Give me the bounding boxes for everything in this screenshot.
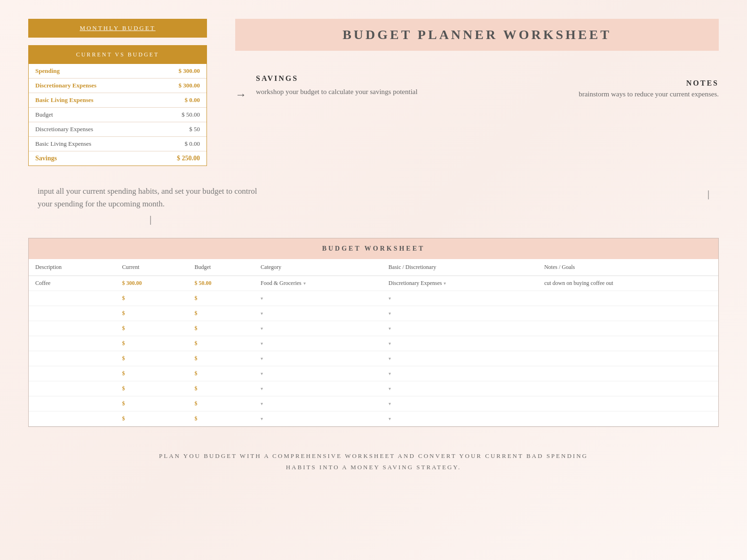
worksheet-budget-cell[interactable]: $ [188,351,254,366]
budget-row-label: Discretionary Expenses [29,79,148,93]
worksheet-current-cell[interactable]: $ [116,396,188,411]
worksheet-basic-discretionary-cell[interactable]: ▾ [382,291,538,306]
dropdown-arrow-icon: ▾ [261,356,263,361]
worksheet-description-cell[interactable] [29,396,116,411]
worksheet-basic-discretionary-cell[interactable]: ▾ [382,336,538,351]
budget-row-label: Basic Living Expenses [29,137,148,151]
budget-row-label: Basic Living Expenses [29,93,148,108]
worksheet-data-row: $$▾▾ [29,291,718,306]
input-description: input all your current spending habits, … [38,185,263,210]
worksheet-category-cell[interactable]: ▾ [254,366,382,381]
worksheet-description-cell[interactable] [29,366,116,381]
worksheet-column-header: Basic / Discretionary [382,259,538,276]
worksheet-category-cell[interactable]: ▾ [254,381,382,396]
notes-right-col: | [707,185,709,203]
worksheet-outer: BUDGET WORKSHEET DescriptionCurrentBudge… [28,238,719,427]
dropdown-arrow-icon: ▾ [261,341,263,346]
worksheet-current-cell[interactable]: $ [116,321,188,336]
worksheet-description-cell[interactable] [29,336,116,351]
worksheet-category-cell[interactable]: ▾ [254,336,382,351]
worksheet-budget-cell[interactable]: $ [188,411,254,426]
worksheet-description-cell[interactable] [29,306,116,321]
worksheet-budget-cell[interactable]: $ [188,321,254,336]
worksheet-notes-cell[interactable] [538,366,718,381]
worksheet-category-cell[interactable]: Food & Groceries▾ [254,276,382,291]
top-section: MONTHLY BUDGET CURRENT VS BUDGET Spendin… [28,19,719,166]
cursor-indicator-left: | [38,214,263,225]
worksheet-table: DescriptionCurrentBudgetCategoryBasic / … [29,259,718,426]
worksheet-basic-discretionary-cell[interactable]: ▾ [382,306,538,321]
dropdown-arrow-icon: ▾ [389,311,391,316]
worksheet-description-cell[interactable]: Coffee [29,276,116,291]
dropdown-arrow-icon: ▾ [389,296,391,301]
notes-title: NOTES [579,79,719,87]
worksheet-notes-cell[interactable] [538,306,718,321]
dropdown-arrow-icon: ▾ [389,356,391,361]
budget-table-row: Spending$ 300.00 [29,64,207,79]
worksheet-category-cell[interactable]: ▾ [254,396,382,411]
worksheet-current-cell[interactable]: $ [116,291,188,306]
budget-row-label: Spending [29,64,148,79]
worksheet-description-cell[interactable] [29,351,116,366]
worksheet-budget-cell[interactable]: $ [188,336,254,351]
worksheet-notes-cell[interactable] [538,411,718,426]
budget-row-value: $ 300.00 [148,79,207,93]
worksheet-notes-cell[interactable] [538,396,718,411]
worksheet-header-row: DescriptionCurrentBudgetCategoryBasic / … [29,259,718,276]
worksheet-current-cell[interactable]: $ [116,351,188,366]
dropdown-arrow-icon: ▾ [261,311,263,316]
worksheet-budget-cell[interactable]: $ [188,291,254,306]
worksheet-data-row: $$▾▾ [29,381,718,396]
worksheet-notes-cell[interactable]: cut down on buying coffee out [538,276,718,291]
worksheet-data-row: $$▾▾ [29,351,718,366]
dropdown-arrow-icon: ▾ [261,326,263,331]
worksheet-basic-discretionary-cell[interactable]: Discretionary Expenses▾ [382,276,538,291]
worksheet-basic-discretionary-cell[interactable]: ▾ [382,321,538,336]
worksheet-category-cell[interactable]: ▾ [254,321,382,336]
worksheet-category-cell[interactable]: ▾ [254,411,382,426]
worksheet-column-header: Category [254,259,382,276]
dropdown-arrow-icon: ▾ [261,296,263,301]
worksheet-notes-cell[interactable] [538,321,718,336]
worksheet-basic-discretionary-cell[interactable]: ▾ [382,381,538,396]
worksheet-data-row: $$▾▾ [29,411,718,426]
worksheet-basic-discretionary-cell[interactable]: ▾ [382,366,538,381]
worksheet-basic-discretionary-cell[interactable]: ▾ [382,351,538,366]
worksheet-category-cell[interactable]: ▾ [254,291,382,306]
worksheet-budget-cell[interactable]: $ [188,396,254,411]
worksheet-budget-cell[interactable]: $ [188,306,254,321]
worksheet-current-cell[interactable]: $ [116,381,188,396]
budget-row-value: $ 0.00 [148,93,207,108]
worksheet-notes-cell[interactable] [538,351,718,366]
middle-section: input all your current spending habits, … [28,185,719,229]
worksheet-category-cell[interactable]: ▾ [254,351,382,366]
dropdown-arrow-icon: ▾ [303,281,306,286]
monthly-budget-button[interactable]: MONTHLY BUDGET [28,19,207,38]
worksheet-description-cell[interactable] [29,381,116,396]
worksheet-budget-cell[interactable]: $ 50.00 [188,276,254,291]
worksheet-current-cell[interactable]: $ [116,336,188,351]
worksheet-current-cell[interactable]: $ [116,306,188,321]
budget-table-row: Basic Living Expenses$ 0.00 [29,137,207,151]
worksheet-description-cell[interactable] [29,411,116,426]
left-panel: MONTHLY BUDGET CURRENT VS BUDGET Spendin… [28,19,207,166]
budget-row-label: Savings [29,151,148,166]
worksheet-notes-cell[interactable] [538,291,718,306]
worksheet-basic-discretionary-cell[interactable]: ▾ [382,396,538,411]
worksheet-current-cell[interactable]: $ [116,411,188,426]
worksheet-data-row: $$▾▾ [29,306,718,321]
budget-table-header: CURRENT VS BUDGET [29,46,207,64]
worksheet-budget-cell[interactable]: $ [188,366,254,381]
budget-table-row: Savings$ 250.00 [29,151,207,166]
worksheet-notes-cell[interactable] [538,336,718,351]
worksheet-current-cell[interactable]: $ [116,366,188,381]
worksheet-basic-discretionary-cell[interactable]: ▾ [382,411,538,426]
worksheet-description-cell[interactable] [29,291,116,306]
worksheet-notes-cell[interactable] [538,381,718,396]
page-wrapper: MONTHLY BUDGET CURRENT VS BUDGET Spendin… [0,0,747,560]
worksheet-budget-cell[interactable]: $ [188,381,254,396]
worksheet-category-cell[interactable]: ▾ [254,306,382,321]
worksheet-data-row: $$▾▾ [29,396,718,411]
worksheet-current-cell[interactable]: $ 300.00 [116,276,188,291]
worksheet-description-cell[interactable] [29,321,116,336]
